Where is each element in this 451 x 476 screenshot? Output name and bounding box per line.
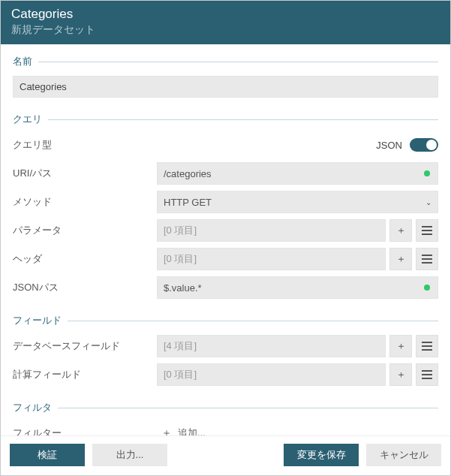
method-row: メソッド HTTP GET ⌄	[13, 191, 438, 213]
headers-row: ヘッダ [0 項目] ＋	[13, 248, 438, 270]
chevron-down-icon: ⌄	[425, 198, 431, 206]
db-fields-add-button[interactable]: ＋	[389, 335, 412, 357]
query-type-value: JSON	[376, 140, 402, 151]
dialog-header: Categories 新規データセット	[1, 1, 450, 44]
query-type-label: クエリ型	[13, 138, 157, 152]
params-add-button[interactable]: ＋	[389, 219, 412, 242]
divider	[68, 321, 438, 321]
jsonpath-input[interactable]: $.value.*	[157, 276, 438, 299]
plus-icon: ＋	[396, 252, 406, 266]
section-heading-label: 名前	[13, 55, 32, 68]
params-list-button[interactable]	[416, 219, 438, 242]
status-dot-icon	[424, 285, 430, 291]
jsonpath-value: $.value.*	[164, 282, 202, 294]
params-row: パラメータ [0 項目] ＋	[13, 219, 438, 242]
uri-row: URI/パス /categories	[13, 162, 438, 185]
section-heading-label: クエリ	[13, 113, 42, 126]
uri-label: URI/パス	[13, 167, 157, 180]
cancel-button[interactable]: キャンセル	[366, 444, 441, 466]
filter-label: フィルター	[13, 426, 157, 435]
headers-add-button[interactable]: ＋	[389, 248, 412, 270]
section-heading-name: 名前	[13, 55, 438, 68]
filter-row: フィルター ＋ 追加...	[13, 422, 438, 435]
filter-add-button[interactable]: ＋ 追加...	[157, 422, 438, 435]
params-label: パラメータ	[13, 224, 157, 237]
headers-label: ヘッダ	[13, 252, 157, 266]
db-fields-list-button[interactable]	[416, 335, 438, 357]
list-icon	[421, 225, 433, 236]
plus-icon: ＋	[396, 368, 406, 381]
section-query: クエリ クエリ型 JSON URI/パス /categories メソッド	[13, 113, 438, 299]
params-input[interactable]: [0 項目]	[157, 219, 386, 242]
section-heading-label: フィルタ	[13, 401, 52, 414]
divider	[58, 408, 438, 408]
section-filter: フィルタ フィルター ＋ 追加...	[13, 401, 438, 435]
dialog-body: 名前 クエリ クエリ型 JSON URI/パス /categories	[1, 44, 450, 435]
method-value: HTTP GET	[164, 197, 212, 208]
output-button[interactable]: 出力...	[92, 444, 167, 466]
calc-fields-input[interactable]: [0 項目]	[157, 363, 386, 386]
jsonpath-row: JSONパス $.value.*	[13, 276, 438, 299]
uri-value: /categories	[164, 168, 212, 179]
section-name: 名前	[13, 55, 438, 98]
header-title: Categories	[11, 7, 440, 22]
section-heading-fields: フィールド	[13, 314, 438, 327]
divider	[48, 119, 438, 120]
divider	[38, 62, 438, 62]
filter-add-text: 追加...	[178, 426, 206, 435]
headers-list-button[interactable]	[416, 248, 438, 270]
name-input[interactable]	[13, 76, 438, 98]
headers-placeholder: [0 項目]	[164, 252, 197, 266]
method-select[interactable]: HTTP GET ⌄	[157, 191, 438, 213]
section-heading-label: フィールド	[13, 314, 62, 327]
db-fields-label: データベースフィールド	[13, 339, 157, 353]
list-icon	[421, 341, 433, 351]
calc-fields-list-button[interactable]	[416, 363, 438, 386]
header-subtitle: 新規データセット	[11, 23, 440, 37]
db-fields-row: データベースフィールド [4 項目] ＋	[13, 335, 438, 357]
calc-fields-add-button[interactable]: ＋	[389, 363, 412, 386]
section-heading-query: クエリ	[13, 113, 438, 126]
calc-fields-placeholder: [0 項目]	[164, 368, 197, 381]
status-dot-icon	[424, 170, 430, 176]
db-fields-input[interactable]: [4 項目]	[157, 335, 386, 357]
section-heading-filter: フィルタ	[13, 401, 438, 414]
calc-fields-label: 計算フィールド	[13, 368, 157, 381]
list-icon	[421, 369, 433, 380]
validate-button[interactable]: 検証	[10, 444, 85, 466]
db-fields-placeholder: [4 項目]	[164, 339, 197, 353]
uri-input[interactable]: /categories	[157, 162, 438, 185]
save-button[interactable]: 変更を保存	[284, 444, 359, 466]
method-label: メソッド	[13, 195, 157, 209]
params-placeholder: [0 項目]	[164, 224, 197, 237]
plus-icon: ＋	[396, 224, 406, 237]
section-fields: フィールド データベースフィールド [4 項目] ＋ 計算フィールド	[13, 314, 438, 386]
plus-icon: ＋	[396, 339, 406, 353]
calc-fields-row: 計算フィールド [0 項目] ＋	[13, 363, 438, 386]
plus-icon: ＋	[161, 426, 172, 435]
dialog-footer: 検証 出力... 変更を保存 キャンセル	[1, 435, 450, 475]
query-type-row: クエリ型 JSON	[13, 134, 438, 156]
query-type-toggle[interactable]	[410, 138, 438, 152]
headers-input[interactable]: [0 項目]	[157, 248, 386, 270]
list-icon	[421, 254, 433, 264]
jsonpath-label: JSONパス	[13, 281, 157, 294]
